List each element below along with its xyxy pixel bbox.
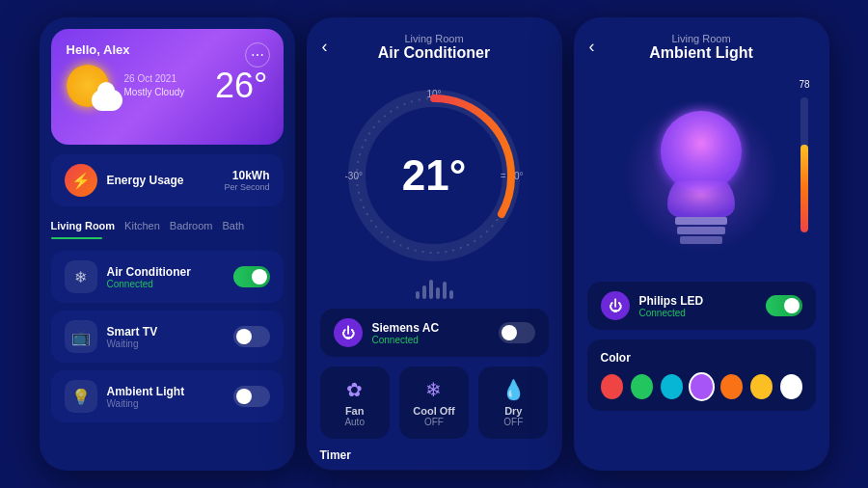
color-label: Color <box>601 351 802 365</box>
device-toggle-row: ⏻ Siemens AC Connected <box>320 309 549 357</box>
back-button[interactable]: ‹ <box>322 37 328 57</box>
eq-bar <box>449 290 453 299</box>
weather-temp: 26° <box>215 66 267 106</box>
p3-power-button[interactable]: ⏻ <box>601 291 630 320</box>
cool-value: OFF <box>407 417 461 427</box>
svg-rect-3 <box>675 217 727 225</box>
p2-device-toggle[interactable] <box>499 322 535 343</box>
cool-label: Cool Off <box>407 405 461 417</box>
eq-bar <box>416 291 420 299</box>
brightness-slider: 78 <box>799 79 809 272</box>
cool-icon: ❄ <box>407 378 461 401</box>
color-red[interactable] <box>601 374 623 399</box>
timer-label: Timer <box>320 448 549 462</box>
color-cyan[interactable] <box>661 374 683 399</box>
cloud-icon <box>92 90 122 111</box>
energy-usage-card: ⚡ Energy Usage 10kWh Per Second <box>51 154 284 206</box>
tv-status: Waiting <box>107 339 224 349</box>
light-info: Ambient Light Waiting <box>107 385 224 409</box>
p2-ac-name: Siemens AC <box>372 321 489 335</box>
eq-bar <box>436 287 440 299</box>
ac-toggle[interactable] <box>233 266 270 287</box>
fan-label: Fan <box>328 405 382 417</box>
tab-badroom[interactable]: Badroom <box>170 216 223 239</box>
menu-dots-button[interactable]: ⋯ <box>245 42 270 68</box>
tab-bath[interactable]: Bath <box>222 216 254 239</box>
tab-living-room[interactable]: Living Room <box>51 216 125 239</box>
dry-mode[interactable]: 💧 Dry OFF <box>478 366 548 439</box>
dry-label: Dry <box>486 405 540 417</box>
ac-name: Air Conditioner <box>107 265 224 279</box>
energy-label: Energy Usage <box>107 174 215 187</box>
p3-header: ‹ Living Room Ambient Light <box>574 17 829 69</box>
color-section: Color <box>587 339 816 411</box>
svg-rect-5 <box>680 236 722 244</box>
modes-row: ✿ Fan Auto ❄ Cool Off OFF 💧 Dry OFF <box>320 366 549 439</box>
weather-greeting: Hello, Alex <box>67 42 268 57</box>
thermo-temp: 21° <box>402 154 467 197</box>
p3-device-status: Connected <box>639 308 756 318</box>
thermostat: 10° -30° = 30° 21° <box>307 79 562 272</box>
light-icon: 💡 <box>65 380 97 413</box>
thermostat-center: 21° <box>402 154 467 197</box>
color-purple[interactable] <box>691 374 713 399</box>
ac-status: Connected <box>107 279 224 289</box>
tv-toggle[interactable] <box>233 326 270 347</box>
timer-section: Timer 3h 6h 9h 12h 15h <box>320 448 549 471</box>
energy-value: 10kWh Per Second <box>224 169 269 192</box>
eq-bar <box>422 285 426 299</box>
p2-device-name: Air Conditioner <box>322 44 547 62</box>
device-card-ac: ❄ Air Conditioner Connected <box>51 251 284 303</box>
p3-device-row: ⏻ Philips LED Connected <box>587 282 816 330</box>
svg-point-2 <box>661 111 742 192</box>
p3-device-toggle[interactable] <box>766 295 802 316</box>
device-card-tv: 📺 Smart TV Waiting <box>51 311 284 363</box>
p2-ac-status: Connected <box>372 335 489 345</box>
device-card-light: 💡 Ambient Light Waiting <box>51 370 284 422</box>
sun-icon <box>67 65 109 107</box>
phone-home: Hello, Alex ⋯ 26 Oct 2021 Mostly Cloudy … <box>40 17 295 471</box>
tv-icon: 📺 <box>65 320 97 353</box>
color-yellow[interactable] <box>750 374 773 399</box>
fan-icon: ✿ <box>328 378 382 401</box>
color-orange[interactable] <box>720 374 743 399</box>
p3-back-button[interactable]: ‹ <box>589 37 595 57</box>
weather-condition: Mostly Cloudy <box>124 86 185 98</box>
ac-icon: ❄ <box>65 260 97 293</box>
weather-date: 26 Oct 2021 <box>124 73 185 84</box>
fan-value: Auto <box>328 417 382 427</box>
ac-info: Air Conditioner Connected <box>107 265 224 289</box>
equalizer <box>307 276 562 299</box>
phone-ac: ‹ Living Room Air Conditioner 10° -30° =… <box>307 17 562 471</box>
light-name: Ambient Light <box>107 385 224 398</box>
cool-mode[interactable]: ❄ Cool Off OFF <box>399 366 469 439</box>
fan-mode[interactable]: ✿ Fan Auto <box>320 366 390 439</box>
bulb-container: 78 <box>574 79 829 272</box>
tv-info: Smart TV Waiting <box>107 325 224 349</box>
light-toggle[interactable] <box>233 386 270 407</box>
room-tabs: Living Room Kitchen Badroom Bath <box>51 216 284 241</box>
svg-rect-4 <box>677 227 725 234</box>
device-list: ❄ Air Conditioner Connected 📺 Smart TV W… <box>51 251 284 422</box>
color-green[interactable] <box>631 374 653 399</box>
power-button[interactable]: ⏻ <box>334 318 363 347</box>
weather-card: Hello, Alex ⋯ 26 Oct 2021 Mostly Cloudy … <box>51 29 284 145</box>
dry-value: OFF <box>486 417 540 427</box>
p3-device-name-label: Philips LED <box>639 294 756 308</box>
phone-light: ‹ Living Room Ambient Light <box>574 17 829 471</box>
p2-header: ‹ Living Room Air Conditioner <box>307 17 562 69</box>
dry-icon: 💧 <box>486 378 540 401</box>
p3-room-label: Living Room <box>589 33 814 44</box>
energy-icon: ⚡ <box>65 164 97 197</box>
brightness-fill <box>800 145 808 232</box>
tv-name: Smart TV <box>107 325 224 339</box>
color-white[interactable] <box>780 374 802 399</box>
bulb-svg <box>638 94 764 258</box>
eq-bar <box>429 280 433 299</box>
tab-kitchen[interactable]: Kitchen <box>124 216 170 239</box>
brightness-track[interactable] <box>800 97 808 232</box>
light-status: Waiting <box>107 398 224 409</box>
timer-slider: 3h 6h 9h 12h 15h <box>320 470 549 471</box>
p2-room-label: Living Room <box>322 33 547 44</box>
p3-device-name: Ambient Light <box>589 44 814 62</box>
